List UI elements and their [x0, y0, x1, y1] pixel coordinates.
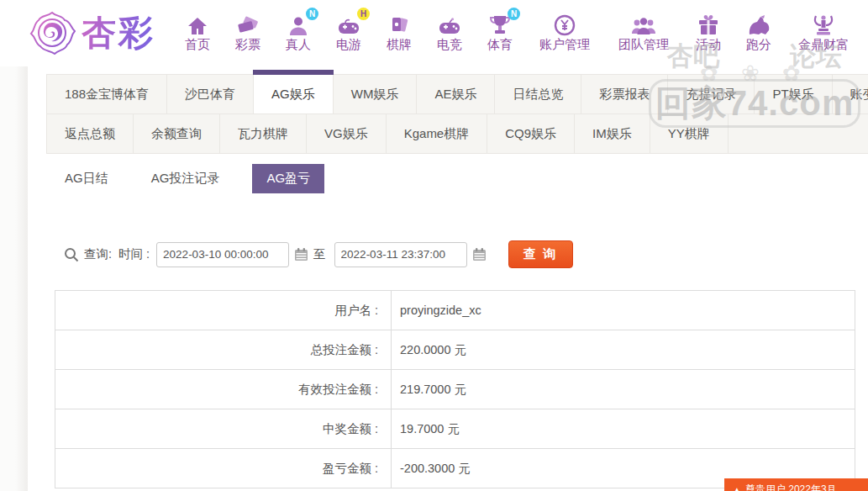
announcement-text: 尊贵用户 2022年3月 — [745, 483, 837, 491]
nav-item-team[interactable]: 团队管理 — [618, 13, 669, 52]
nav-item-lottery[interactable]: 彩票 — [235, 13, 260, 52]
tab-account-change-report[interactable]: 账变报表 — [833, 75, 868, 114]
main-nav: 首页 彩票 N 真人 — [172, 13, 863, 52]
top-header: 杏彩 首页 彩票 N — [0, 0, 868, 66]
profit-loss-table: 用户名 : proyingzide_xc 总投注金额 : 220.0000 元 … — [55, 290, 855, 488]
tab-yy-boardgames[interactable]: YY棋牌 — [650, 114, 729, 153]
tab-cq9-entertainment[interactable]: CQ9娱乐 — [487, 114, 575, 153]
row-label: 盈亏金额 : — [55, 449, 392, 488]
golden-tripod-icon — [812, 13, 835, 36]
tab-lottery-report[interactable]: 彩票报表 — [581, 75, 668, 114]
start-calendar-icon[interactable] — [294, 247, 308, 261]
query-bar: 查询: 时间 : 至 查 询 — [64, 240, 868, 268]
running-horse-icon — [747, 13, 771, 36]
tab-rebate-total[interactable]: 返点总额 — [47, 114, 134, 153]
row-value: 19.7000 元 — [392, 409, 855, 449]
nav-item-activities[interactable]: 活动 — [696, 13, 721, 52]
gamepad-icon: H — [337, 13, 360, 36]
tabstrip-row2: 返点总额 余额查询 瓦力棋牌 VG娱乐 Kgame棋牌 CQ9娱乐 IM娱乐 Y… — [47, 114, 868, 153]
ag-subtabs: AG日结 AG投注记录 AG盈亏 — [55, 164, 868, 193]
end-calendar-icon[interactable] — [472, 247, 487, 261]
start-datetime-input[interactable] — [156, 242, 289, 267]
time-label: 时间 : — [118, 246, 150, 262]
nav-item-paofen[interactable]: 跑分 — [746, 13, 771, 52]
home-icon — [187, 13, 208, 36]
to-label: 至 — [313, 246, 326, 262]
team-people-icon — [631, 13, 656, 36]
coin-icon — [554, 13, 576, 36]
page-left-gutter — [0, 66, 28, 491]
gift-icon — [697, 13, 719, 36]
announcement-banner: ▲ 尊贵用户 2022年3月 — [724, 478, 868, 491]
nav-item-esports[interactable]: 电竞 — [437, 13, 462, 52]
tab-pt-entertainment[interactable]: PT娱乐 — [755, 75, 832, 114]
brand-wordmark: 杏彩 — [82, 16, 155, 50]
tab-ag-entertainment[interactable]: AG娱乐 — [254, 75, 334, 114]
tab-wm-entertainment[interactable]: WM娱乐 — [334, 75, 418, 114]
tab-balance-query[interactable]: 余额查询 — [134, 114, 220, 153]
tab-vg-entertainment[interactable]: VG娱乐 — [307, 114, 387, 153]
end-datetime-input[interactable] — [334, 242, 467, 267]
row-label: 总投注金额 : — [55, 330, 392, 370]
table-row-winnings: 中奖金额 : 19.7000 元 — [55, 409, 855, 449]
tab-wali-boardgames[interactable]: 瓦力棋牌 — [220, 114, 307, 153]
subtab-ag-bet-records[interactable]: AG投注记录 — [141, 164, 230, 193]
nav-item-home[interactable]: 首页 — [185, 13, 210, 52]
query-submit-button[interactable]: 查 询 — [508, 240, 573, 268]
egames-h-badge: H — [357, 8, 370, 20]
nav-item-sports[interactable]: N 体育 — [487, 13, 513, 52]
row-value: 220.0000 元 — [392, 330, 855, 370]
tab-ae-entertainment[interactable]: AE娱乐 — [417, 75, 495, 114]
nav-item-account[interactable]: 账户管理 — [539, 13, 590, 52]
tab-shaba-sports[interactable]: 沙巴体育 — [167, 75, 254, 114]
esports-gamepad-icon — [438, 13, 461, 36]
search-icon — [64, 247, 79, 262]
tab-im-entertainment[interactable]: IM娱乐 — [575, 114, 650, 153]
nav-item-wealth[interactable]: 金鼎财富 — [798, 13, 849, 52]
subtab-ag-daily[interactable]: AG日结 — [55, 164, 118, 193]
brand-emblem-icon — [29, 8, 76, 57]
table-row-username: 用户名 : proyingzide_xc — [55, 291, 855, 330]
row-value: proyingzide_xc — [392, 291, 855, 330]
announcement-icon: ▲ — [733, 486, 741, 491]
query-label: 查询: — [84, 246, 112, 262]
report-tabstrip: 188金宝博体育 沙巴体育 AG娱乐 WM娱乐 AE娱乐 日结总览 彩票报表 充… — [46, 74, 868, 154]
live-n-badge: N — [306, 8, 318, 20]
live-person-icon: N — [287, 13, 309, 36]
row-label: 有效投注金额 : — [55, 370, 392, 409]
trophy-icon: N — [489, 13, 511, 36]
tab-daily-overview[interactable]: 日结总览 — [495, 75, 581, 114]
tab-188jinbaobo-sports[interactable]: 188金宝博体育 — [47, 75, 167, 114]
nav-item-egames[interactable]: H 电游 — [336, 13, 361, 52]
row-label: 用户名 : — [55, 291, 392, 330]
row-value: 219.7000 元 — [392, 370, 855, 409]
cards-icon — [389, 13, 409, 36]
row-label: 中奖金额 : — [55, 409, 392, 449]
ticket-icon — [236, 13, 260, 36]
table-row-valid-bet: 有效投注金额 : 219.7000 元 — [55, 370, 855, 409]
table-row-total-bet: 总投注金额 : 220.0000 元 — [55, 330, 855, 370]
subtab-ag-profit-loss[interactable]: AG盈亏 — [252, 164, 324, 193]
brand-logo[interactable]: 杏彩 — [29, 8, 155, 57]
sports-n-badge: N — [508, 8, 520, 20]
tabstrip-row1: 188金宝博体育 沙巴体育 AG娱乐 WM娱乐 AE娱乐 日结总览 彩票报表 充… — [47, 75, 868, 114]
nav-item-live[interactable]: N 真人 — [286, 13, 311, 52]
tab-deposit-withdraw-records[interactable]: 充提记录 — [668, 75, 755, 114]
nav-item-boardgames[interactable]: 棋牌 — [387, 13, 412, 52]
tab-kgame-boardgames[interactable]: Kgame棋牌 — [387, 114, 488, 153]
